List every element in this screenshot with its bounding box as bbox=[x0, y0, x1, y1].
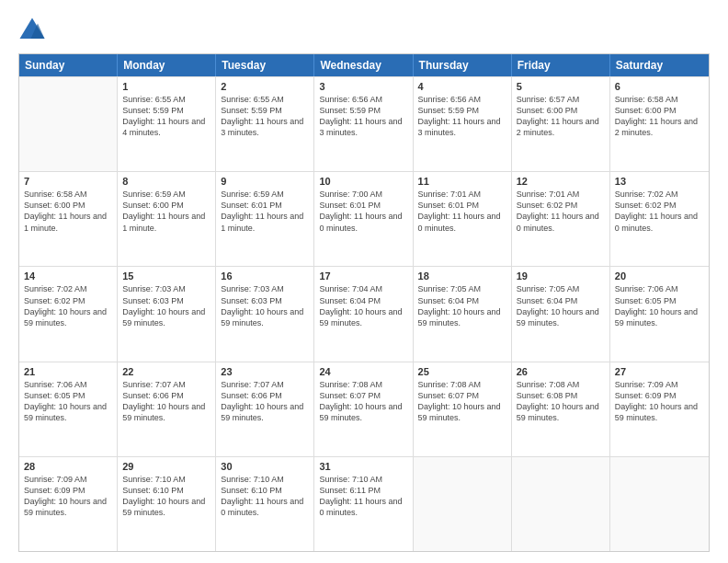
day-number: 29 bbox=[122, 461, 210, 472]
cal-cell: 7Sunrise: 6:58 AM Sunset: 6:00 PM Daylig… bbox=[19, 172, 118, 266]
day-info: Sunrise: 7:10 AM Sunset: 6:10 PM Dayligh… bbox=[122, 474, 210, 519]
day-number: 18 bbox=[418, 270, 506, 282]
day-number: 4 bbox=[418, 81, 506, 92]
cal-cell: 10Sunrise: 7:00 AM Sunset: 6:01 PM Dayli… bbox=[314, 172, 413, 266]
day-info: Sunrise: 7:09 AM Sunset: 6:09 PM Dayligh… bbox=[24, 474, 112, 519]
day-info: Sunrise: 7:03 AM Sunset: 6:03 PM Dayligh… bbox=[122, 283, 210, 328]
day-number: 5 bbox=[517, 81, 605, 92]
week-row-3: 14Sunrise: 7:02 AM Sunset: 6:02 PM Dayli… bbox=[19, 266, 709, 361]
day-info: Sunrise: 6:59 AM Sunset: 6:00 PM Dayligh… bbox=[122, 189, 210, 234]
day-info: Sunrise: 7:07 AM Sunset: 6:06 PM Dayligh… bbox=[122, 379, 210, 424]
day-number: 24 bbox=[319, 366, 407, 377]
cal-cell: 11Sunrise: 7:01 AM Sunset: 6:01 PM Dayli… bbox=[414, 172, 512, 266]
calendar: SundayMondayTuesdayWednesdayThursdayFrid… bbox=[18, 53, 710, 552]
cal-cell bbox=[19, 77, 118, 171]
day-info: Sunrise: 7:06 AM Sunset: 6:05 PM Dayligh… bbox=[24, 379, 112, 424]
day-info: Sunrise: 7:06 AM Sunset: 6:05 PM Dayligh… bbox=[615, 283, 704, 328]
day-number: 11 bbox=[418, 176, 506, 187]
page: SundayMondayTuesdayWednesdayThursdayFrid… bbox=[0, 0, 728, 563]
day-info: Sunrise: 6:56 AM Sunset: 5:59 PM Dayligh… bbox=[418, 94, 506, 139]
day-info: Sunrise: 7:08 AM Sunset: 6:07 PM Dayligh… bbox=[418, 379, 506, 424]
day-number: 21 bbox=[24, 366, 112, 377]
header-day-friday: Friday bbox=[512, 54, 610, 76]
day-info: Sunrise: 6:59 AM Sunset: 6:01 PM Dayligh… bbox=[221, 189, 309, 234]
cal-cell: 18Sunrise: 7:05 AM Sunset: 6:04 PM Dayli… bbox=[414, 267, 512, 361]
day-number: 25 bbox=[418, 366, 506, 377]
day-number: 3 bbox=[319, 81, 407, 92]
header-day-wednesday: Wednesday bbox=[314, 54, 413, 76]
day-number: 22 bbox=[122, 366, 210, 377]
cal-cell: 3Sunrise: 6:56 AM Sunset: 5:59 PM Daylig… bbox=[314, 77, 413, 171]
week-row-4: 21Sunrise: 7:06 AM Sunset: 6:05 PM Dayli… bbox=[19, 362, 709, 456]
day-number: 7 bbox=[24, 176, 112, 187]
cal-cell: 5Sunrise: 6:57 AM Sunset: 6:00 PM Daylig… bbox=[512, 77, 610, 171]
day-number: 17 bbox=[319, 270, 407, 282]
cal-cell bbox=[512, 457, 610, 551]
header bbox=[18, 17, 710, 44]
day-info: Sunrise: 7:00 AM Sunset: 6:01 PM Dayligh… bbox=[319, 189, 407, 234]
cal-cell: 24Sunrise: 7:08 AM Sunset: 6:07 PM Dayli… bbox=[314, 362, 413, 456]
cal-cell: 8Sunrise: 6:59 AM Sunset: 6:00 PM Daylig… bbox=[118, 172, 216, 266]
cal-cell: 21Sunrise: 7:06 AM Sunset: 6:05 PM Dayli… bbox=[19, 362, 118, 456]
cal-cell bbox=[610, 457, 709, 551]
day-info: Sunrise: 7:01 AM Sunset: 6:02 PM Dayligh… bbox=[517, 189, 605, 234]
cal-cell: 28Sunrise: 7:09 AM Sunset: 6:09 PM Dayli… bbox=[19, 457, 118, 551]
cal-cell: 2Sunrise: 6:55 AM Sunset: 5:59 PM Daylig… bbox=[216, 77, 314, 171]
cal-cell: 16Sunrise: 7:03 AM Sunset: 6:03 PM Dayli… bbox=[216, 267, 314, 361]
day-number: 31 bbox=[319, 461, 407, 472]
cal-cell: 27Sunrise: 7:09 AM Sunset: 6:09 PM Dayli… bbox=[610, 362, 709, 456]
header-day-saturday: Saturday bbox=[610, 54, 709, 76]
day-number: 6 bbox=[615, 81, 704, 92]
day-info: Sunrise: 7:09 AM Sunset: 6:09 PM Dayligh… bbox=[615, 379, 704, 424]
day-info: Sunrise: 6:55 AM Sunset: 5:59 PM Dayligh… bbox=[221, 94, 309, 139]
logo-icon bbox=[18, 17, 46, 44]
day-info: Sunrise: 7:04 AM Sunset: 6:04 PM Dayligh… bbox=[319, 283, 407, 328]
day-info: Sunrise: 7:10 AM Sunset: 6:10 PM Dayligh… bbox=[221, 474, 309, 519]
day-number: 1 bbox=[122, 81, 210, 92]
week-row-1: 1Sunrise: 6:55 AM Sunset: 5:59 PM Daylig… bbox=[19, 76, 709, 171]
cal-cell: 1Sunrise: 6:55 AM Sunset: 5:59 PM Daylig… bbox=[118, 77, 216, 171]
day-number: 2 bbox=[221, 81, 309, 92]
day-number: 9 bbox=[221, 176, 309, 187]
day-number: 26 bbox=[517, 366, 605, 377]
day-info: Sunrise: 7:03 AM Sunset: 6:03 PM Dayligh… bbox=[221, 283, 309, 328]
cal-cell: 20Sunrise: 7:06 AM Sunset: 6:05 PM Dayli… bbox=[610, 267, 709, 361]
day-number: 10 bbox=[319, 176, 407, 187]
day-number: 15 bbox=[122, 270, 210, 282]
day-info: Sunrise: 7:07 AM Sunset: 6:06 PM Dayligh… bbox=[221, 379, 309, 424]
day-info: Sunrise: 7:02 AM Sunset: 6:02 PM Dayligh… bbox=[615, 189, 704, 234]
day-number: 13 bbox=[615, 176, 704, 187]
day-info: Sunrise: 6:57 AM Sunset: 6:00 PM Dayligh… bbox=[517, 94, 605, 139]
day-number: 19 bbox=[517, 270, 605, 282]
cal-cell: 25Sunrise: 7:08 AM Sunset: 6:07 PM Dayli… bbox=[414, 362, 512, 456]
cal-cell: 23Sunrise: 7:07 AM Sunset: 6:06 PM Dayli… bbox=[216, 362, 314, 456]
cal-cell: 9Sunrise: 6:59 AM Sunset: 6:01 PM Daylig… bbox=[216, 172, 314, 266]
day-info: Sunrise: 7:02 AM Sunset: 6:02 PM Dayligh… bbox=[24, 283, 112, 328]
cal-cell: 13Sunrise: 7:02 AM Sunset: 6:02 PM Dayli… bbox=[610, 172, 709, 266]
day-number: 12 bbox=[517, 176, 605, 187]
cal-cell: 22Sunrise: 7:07 AM Sunset: 6:06 PM Dayli… bbox=[118, 362, 216, 456]
day-number: 23 bbox=[221, 366, 309, 377]
week-row-5: 28Sunrise: 7:09 AM Sunset: 6:09 PM Dayli… bbox=[19, 456, 709, 551]
calendar-header: SundayMondayTuesdayWednesdayThursdayFrid… bbox=[19, 54, 709, 76]
day-number: 27 bbox=[615, 366, 704, 377]
header-day-monday: Monday bbox=[118, 54, 216, 76]
day-number: 30 bbox=[221, 461, 309, 472]
cal-cell: 31Sunrise: 7:10 AM Sunset: 6:11 PM Dayli… bbox=[314, 457, 413, 551]
calendar-body: 1Sunrise: 6:55 AM Sunset: 5:59 PM Daylig… bbox=[19, 76, 709, 551]
cal-cell: 19Sunrise: 7:05 AM Sunset: 6:04 PM Dayli… bbox=[512, 267, 610, 361]
day-number: 16 bbox=[221, 270, 309, 282]
day-number: 14 bbox=[24, 270, 112, 282]
cal-cell: 4Sunrise: 6:56 AM Sunset: 5:59 PM Daylig… bbox=[414, 77, 512, 171]
day-info: Sunrise: 6:55 AM Sunset: 5:59 PM Dayligh… bbox=[122, 94, 210, 139]
header-day-thursday: Thursday bbox=[414, 54, 512, 76]
day-info: Sunrise: 6:58 AM Sunset: 6:00 PM Dayligh… bbox=[615, 94, 704, 139]
day-number: 28 bbox=[24, 461, 112, 472]
day-info: Sunrise: 7:10 AM Sunset: 6:11 PM Dayligh… bbox=[319, 474, 407, 519]
day-info: Sunrise: 7:05 AM Sunset: 6:04 PM Dayligh… bbox=[418, 283, 506, 328]
day-info: Sunrise: 7:01 AM Sunset: 6:01 PM Dayligh… bbox=[418, 189, 506, 234]
cal-cell: 26Sunrise: 7:08 AM Sunset: 6:08 PM Dayli… bbox=[512, 362, 610, 456]
cal-cell: 29Sunrise: 7:10 AM Sunset: 6:10 PM Dayli… bbox=[118, 457, 216, 551]
cal-cell bbox=[414, 457, 512, 551]
day-info: Sunrise: 7:08 AM Sunset: 6:08 PM Dayligh… bbox=[517, 379, 605, 424]
